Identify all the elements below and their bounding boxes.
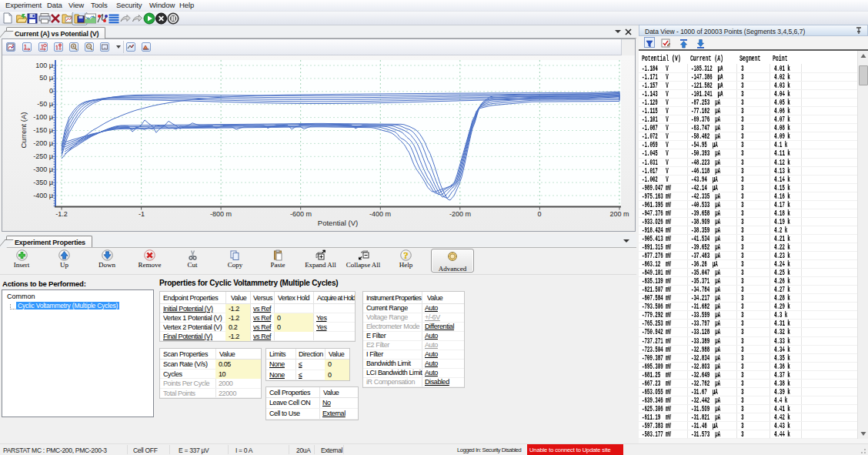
svg-text:?: ? <box>403 249 409 261</box>
